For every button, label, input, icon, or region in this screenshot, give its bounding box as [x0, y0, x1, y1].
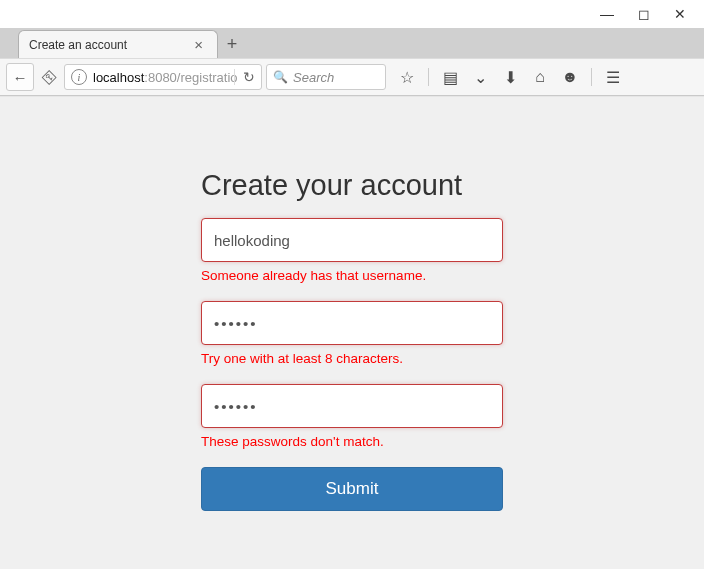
submit-button[interactable]: Submit [201, 467, 503, 511]
bookmark-star-icon[interactable]: ☆ [398, 68, 416, 87]
username-input[interactable] [201, 218, 503, 262]
password-key-icon[interactable]: ⚿ [38, 66, 60, 88]
password-input[interactable] [201, 301, 503, 345]
username-error: Someone already has that username. [201, 268, 503, 283]
search-placeholder: Search [293, 70, 334, 85]
browser-tab[interactable]: Create an account × [18, 30, 218, 58]
page-title: Create your account [201, 169, 503, 202]
url-path: :8080/registratio [144, 70, 237, 85]
search-icon: 🔍 [273, 70, 288, 84]
home-icon[interactable]: ⌂ [531, 68, 549, 86]
tab-title: Create an account [29, 38, 190, 52]
confirm-password-error: These passwords don't match. [201, 434, 503, 449]
maximize-button[interactable]: ◻ [638, 6, 650, 22]
search-bar[interactable]: 🔍 Search [266, 64, 386, 90]
confirm-password-group: These passwords don't match. [201, 384, 503, 449]
browser-toolbar: ← ⚿ i localhost:8080/registratio ↻ 🔍 Sea… [0, 58, 704, 96]
minimize-button[interactable]: — [600, 6, 614, 22]
toolbar-icons: ☆ ▤ ⌄ ⬇ ⌂ ☻ ☰ [398, 68, 622, 87]
downloads-icon[interactable]: ⬇ [501, 68, 519, 87]
close-window-button[interactable]: ✕ [674, 6, 686, 22]
new-tab-button[interactable]: + [218, 30, 246, 58]
page-content: Create your account Someone already has … [0, 96, 704, 569]
window-controls: — ◻ ✕ [0, 0, 704, 28]
confirm-password-input[interactable] [201, 384, 503, 428]
site-info-icon[interactable]: i [71, 69, 87, 85]
library-icon[interactable]: ▤ [441, 68, 459, 87]
separator [591, 68, 592, 86]
tab-close-icon[interactable]: × [190, 36, 207, 53]
url-bar[interactable]: i localhost:8080/registratio ↻ [64, 64, 262, 90]
password-error: Try one with at least 8 characters. [201, 351, 503, 366]
pocket-icon[interactable]: ⌄ [471, 68, 489, 87]
registration-form: Create your account Someone already has … [201, 169, 503, 569]
back-button[interactable]: ← [6, 63, 34, 91]
password-group: Try one with at least 8 characters. [201, 301, 503, 366]
chat-icon[interactable]: ☻ [561, 68, 579, 86]
back-arrow-icon: ← [13, 69, 28, 86]
reload-button[interactable]: ↻ [243, 69, 255, 85]
separator [428, 68, 429, 86]
url-host: localhost [93, 70, 144, 85]
menu-icon[interactable]: ☰ [604, 68, 622, 87]
tab-bar: Create an account × + [0, 28, 704, 58]
username-group: Someone already has that username. [201, 218, 503, 283]
